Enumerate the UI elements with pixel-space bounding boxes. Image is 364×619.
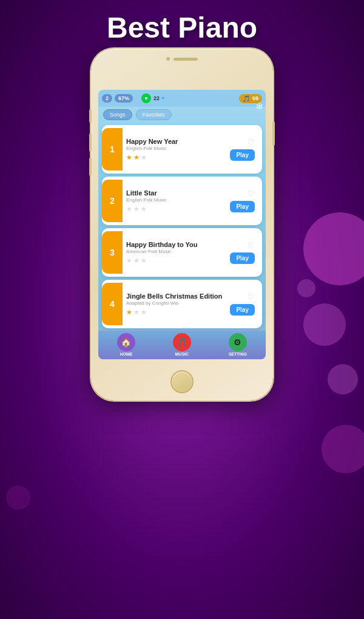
song-stars-3: ★★★ (126, 257, 226, 265)
tab-songs[interactable]: Songs (103, 109, 132, 120)
hearts-count: 22 (153, 95, 160, 101)
phone-vol-up-button (89, 134, 92, 152)
page-title: Best Piano (0, 11, 364, 44)
star-3: ★ (141, 308, 147, 316)
song-title-4: Jingle Bells Christmas Edition (126, 293, 226, 300)
home-icon: 🏠 (121, 337, 131, 347)
app-content: 2 67% ♥ 22 + 🎵 69 ❄ Songs (98, 90, 266, 359)
bokeh-decor-3 (328, 364, 358, 394)
percent-badge: 67% (115, 94, 133, 103)
level-value: 2 (106, 95, 109, 101)
play-button-1[interactable]: Play (230, 149, 255, 161)
song-actions-2: ♡ Play (230, 189, 257, 212)
music-icon-circle: 🎵 (173, 333, 191, 351)
setting-icon: ⚙ (234, 337, 241, 347)
star-1: ★ (126, 205, 132, 213)
song-subtitle-4: Adapted by Congfei Wei (126, 300, 226, 306)
song-stars-1: ★★★ (126, 154, 226, 161)
song-info-3: Happy Birthday to You American Folk Musi… (123, 238, 230, 268)
favorite-heart-2[interactable]: ♡ (248, 189, 255, 198)
phone-screen: 2 67% ♥ 22 + 🎵 69 ❄ Songs (98, 90, 266, 359)
star-2: ★ (133, 308, 140, 316)
song-number-2: 2 (102, 180, 123, 222)
setting-label: SETTING (229, 352, 247, 356)
bottom-nav: 🏠 HOME 🎵 MUSIC ⚙ SETTING (98, 330, 266, 359)
phone-home-button[interactable] (170, 370, 194, 393)
star-2: ★ (133, 257, 140, 265)
star-3: ★ (141, 205, 147, 213)
home-label: HOME (120, 352, 132, 356)
song-stars-2: ★★★ (126, 205, 226, 213)
bokeh-decor-2 (303, 303, 346, 346)
bokeh-decor-1 (303, 212, 364, 285)
song-title-2: Little Star (126, 189, 226, 197)
song-actions-4: ♡ Play (230, 293, 257, 316)
star-2: ★ (133, 205, 140, 213)
song-title-3: Happy Birthday to You (126, 241, 226, 248)
song-number-1: 1 (102, 128, 123, 171)
phone-frame: 2 67% ♥ 22 + 🎵 69 ❄ Songs (91, 49, 273, 401)
star-3: ★ (141, 154, 147, 161)
coin-icon: 🎵 (243, 95, 250, 102)
play-button-4[interactable]: Play (230, 304, 255, 316)
song-subtitle-2: English Folk Music (126, 197, 226, 203)
song-card-2: 2 Little Star English Folk Music ★★★ ♡ P… (102, 177, 262, 225)
bokeh-decor-5 (322, 425, 364, 473)
phone-top-bar (166, 57, 198, 61)
music-icon: 🎵 (177, 337, 187, 347)
percent-value: 67% (118, 95, 129, 101)
nav-setting[interactable]: ⚙ SETTING (229, 333, 247, 356)
phone-silent-button (89, 109, 92, 123)
favorite-heart-3[interactable]: ♡ (248, 241, 255, 250)
song-info-1: Happy New Year English Folk Music ★★★ (123, 135, 230, 164)
star-1: ★ (126, 308, 132, 316)
setting-icon-circle: ⚙ (229, 333, 247, 351)
play-button-2[interactable]: Play (230, 201, 255, 212)
song-card-4: 4 Jingle Bells Christmas Edition Adapted… (102, 280, 262, 328)
song-title-1: Happy New Year (126, 138, 226, 145)
bokeh-decor-4 (297, 279, 315, 297)
music-label: MUSIC (175, 352, 189, 356)
hearts-badge: ♥ 22 + (138, 92, 168, 104)
song-number-3: 3 (102, 231, 123, 274)
snowflake-icon: ❄ (255, 101, 263, 112)
phone-speaker (174, 58, 198, 61)
song-card-3: 3 Happy Birthday to You American Folk Mu… (102, 228, 262, 277)
song-number-4: 4 (102, 283, 123, 325)
hearts-plus: + (161, 95, 164, 101)
song-card-1: 1 Happy New Year English Folk Music ★★★ … (102, 125, 262, 174)
song-subtitle-3: American Folk Music (126, 249, 226, 254)
star-2: ★ (133, 154, 140, 161)
song-list: 1 Happy New Year English Folk Music ★★★ … (98, 123, 266, 330)
song-actions-1: ♡ Play (230, 138, 257, 161)
tab-bar: Songs Favorites (98, 107, 266, 123)
star-1: ★ (126, 154, 132, 161)
nav-music[interactable]: 🎵 MUSIC (173, 333, 191, 356)
phone-vol-down-button (89, 158, 92, 176)
phone-power-button (272, 121, 275, 146)
song-info-2: Little Star English Folk Music ★★★ (123, 186, 230, 216)
bokeh-decor-6 (6, 485, 30, 510)
song-info-4: Jingle Bells Christmas Edition Adapted b… (123, 289, 230, 319)
heart-icon: ♥ (141, 93, 151, 103)
level-badge: 2 (102, 94, 112, 103)
phone-camera (166, 57, 170, 61)
song-stars-4: ★★★ (126, 308, 226, 316)
song-subtitle-1: English Folk Music (126, 146, 226, 151)
star-1: ★ (126, 257, 132, 265)
favorite-heart-1[interactable]: ♡ (248, 138, 255, 147)
tab-favorites[interactable]: Favorites (136, 109, 172, 120)
home-icon-circle: 🏠 (117, 333, 135, 351)
song-actions-3: ♡ Play (230, 241, 257, 264)
favorite-heart-4[interactable]: ♡ (248, 293, 255, 302)
star-3: ★ (141, 257, 147, 265)
play-button-3[interactable]: Play (230, 252, 255, 264)
stats-bar: 2 67% ♥ 22 + 🎵 69 ❄ (98, 90, 266, 107)
nav-home[interactable]: 🏠 HOME (117, 333, 135, 356)
